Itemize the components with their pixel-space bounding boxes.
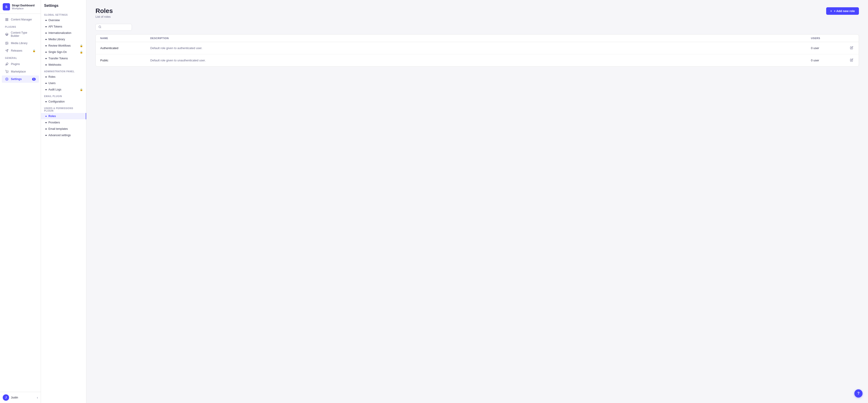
- image-icon: [5, 41, 9, 45]
- role-description: Default role given to authenticated user…: [150, 46, 811, 50]
- plus-icon: +: [830, 9, 832, 13]
- settings-nav-providers[interactable]: Providers: [41, 119, 86, 126]
- sidebar-username: Justin: [11, 396, 35, 399]
- settings-nav-internationalization[interactable]: Internationalization: [41, 30, 86, 36]
- svg-point-6: [6, 42, 7, 43]
- settings-nav-api-tokens[interactable]: API Tokens: [41, 23, 86, 30]
- avatar: J: [3, 394, 9, 401]
- search-icon: [98, 26, 101, 29]
- bullet-icon: [45, 128, 46, 130]
- bullet-icon: [45, 20, 46, 21]
- sidebar-item-media-library[interactable]: Media Library: [2, 39, 39, 47]
- sidebar-item-releases[interactable]: Releases 🔒: [2, 47, 39, 54]
- sidebar-brand: Strapi Dashboard Workplace: [12, 4, 35, 10]
- bullet-icon: [45, 45, 46, 46]
- settings-nav-webhooks[interactable]: Webhooks: [41, 62, 86, 68]
- sidebar-nav: Content Manager PLUGINS Content-Type Bui…: [0, 14, 41, 392]
- bullet-icon: [45, 89, 46, 90]
- settings-nav-single-sign-on[interactable]: Single Sign-On 🔒: [41, 49, 86, 55]
- page-header: Roles List of roles + + Add new role: [95, 7, 859, 19]
- table-header: NAME DESCRIPTION USERS: [96, 35, 859, 42]
- col-name: NAME: [100, 37, 150, 39]
- bullet-icon: [45, 58, 46, 59]
- sidebar-item-plugins[interactable]: Plugins: [2, 60, 39, 68]
- sidebar-collapse-button[interactable]: ‹: [37, 396, 38, 399]
- search-input[interactable]: [103, 26, 129, 29]
- sidebar-item-settings[interactable]: Settings 1: [2, 75, 39, 83]
- settings-nav-advanced-settings[interactable]: Advanced settings: [41, 132, 86, 138]
- col-users: USERS: [811, 37, 843, 39]
- settings-nav-up-roles[interactable]: Roles: [41, 113, 86, 119]
- col-actions: [843, 37, 854, 39]
- row-actions: [843, 58, 854, 63]
- app-name: Strapi Dashboard: [12, 4, 35, 7]
- admin-panel-section: ADMINISTRATION PANEL: [41, 68, 86, 74]
- sidebar-item-content-manager[interactable]: Content Manager: [2, 16, 39, 23]
- bullet-icon: [45, 116, 46, 117]
- settings-nav-email-templates[interactable]: Email templates: [41, 126, 86, 132]
- settings-sidebar: Settings GLOBAL SETTINGS Overview API To…: [41, 0, 86, 403]
- settings-nav-media-library[interactable]: Media Library: [41, 36, 86, 42]
- plugins-section-label: PLUGINS: [2, 23, 39, 29]
- table-row: Authenticated Default role given to auth…: [96, 42, 859, 54]
- svg-point-14: [99, 26, 101, 28]
- settings-nav-review-workflows[interactable]: Review Workflows 🔒: [41, 42, 86, 49]
- svg-point-13: [6, 79, 7, 80]
- sidebar-item-marketplace[interactable]: Marketplace: [2, 68, 39, 75]
- bullet-icon: [45, 39, 46, 40]
- settings-nav-audit-logs[interactable]: Audit Logs 🔒: [41, 86, 86, 93]
- lock-icon: 🔒: [80, 88, 83, 91]
- global-settings-section: GLOBAL SETTINGS: [41, 11, 86, 17]
- cart-icon: [5, 70, 9, 73]
- sidebar-item-label: Plugins: [11, 63, 20, 66]
- lock-icon: 🔒: [80, 44, 83, 47]
- sidebar-item-label: Releases: [11, 49, 22, 52]
- settings-nav-configuration[interactable]: Configuration: [41, 98, 86, 105]
- add-new-role-button[interactable]: + + Add new role: [826, 7, 859, 15]
- layers-icon: [5, 32, 9, 36]
- search-wrapper: [95, 24, 132, 31]
- bullet-icon: [45, 32, 46, 34]
- svg-point-12: [8, 73, 8, 73]
- bullet-icon: [45, 52, 46, 53]
- role-users: 0 user: [811, 46, 843, 50]
- settings-nav-admin-users[interactable]: Users: [41, 80, 86, 86]
- svg-rect-2: [7, 20, 8, 21]
- bullet-icon: [45, 83, 46, 84]
- settings-sidebar-title: Settings: [41, 4, 86, 11]
- sidebar-item-content-type-builder[interactable]: Content-Type Builder: [2, 29, 39, 39]
- grid-icon: [5, 18, 9, 21]
- page-title-block: Roles List of roles: [95, 7, 113, 19]
- sidebar-footer: J Justin ‹: [0, 392, 41, 403]
- role-users: 0 user: [811, 59, 843, 62]
- bullet-icon: [45, 122, 46, 123]
- edit-role-button[interactable]: [849, 58, 854, 63]
- sidebar-item-label: Media Library: [11, 41, 28, 45]
- sidebar-item-label: Settings: [11, 78, 22, 81]
- col-description: DESCRIPTION: [150, 37, 811, 39]
- svg-line-15: [100, 28, 101, 28]
- bullet-icon: [45, 26, 46, 27]
- sidebar-item-label: Marketplace: [11, 70, 26, 73]
- lock-icon: 🔒: [32, 49, 36, 52]
- svg-rect-1: [7, 19, 8, 19]
- edit-role-button[interactable]: [849, 45, 854, 51]
- settings-nav-admin-roles[interactable]: Roles: [41, 74, 86, 80]
- send-icon: [5, 49, 9, 53]
- bullet-icon: [45, 101, 46, 102]
- row-actions: [843, 45, 854, 51]
- settings-nav-overview[interactable]: Overview: [41, 17, 86, 23]
- help-button[interactable]: ?: [855, 390, 863, 398]
- app-logo: S: [3, 3, 10, 10]
- bullet-icon: [45, 64, 46, 65]
- roles-table: NAME DESCRIPTION USERS Authenticated Def…: [95, 34, 859, 67]
- app-workspace: Workplace: [12, 7, 35, 10]
- email-plugin-section: EMAIL PLUGIN: [41, 93, 86, 98]
- main-content: Roles List of roles + + Add new role NAM…: [86, 0, 868, 403]
- bullet-icon: [45, 76, 46, 78]
- table-row: Public Default role given to unauthentic…: [96, 54, 859, 66]
- sidebar: S Strapi Dashboard Workplace Content Man…: [0, 0, 41, 403]
- users-permissions-section: USERS & PERMISSIONS PLUGIN: [41, 105, 86, 113]
- settings-nav-transfer-tokens[interactable]: Transfer Tokens: [41, 55, 86, 62]
- sidebar-header: S Strapi Dashboard Workplace: [0, 0, 41, 14]
